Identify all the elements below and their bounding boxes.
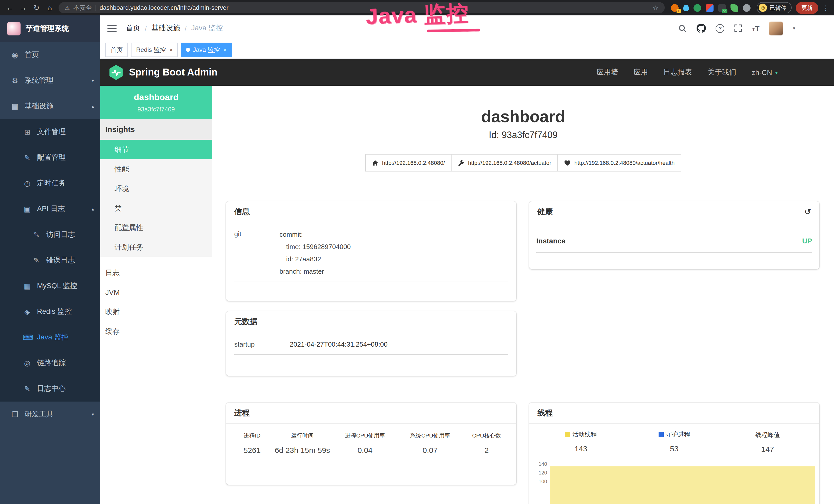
infrastructure-icon: ▤ — [10, 102, 20, 110]
card-title: 线程 — [537, 408, 553, 418]
sidebar-group-infrastructure[interactable]: ▤ 基础设施 ▴ — [0, 93, 100, 119]
bookmark-star-icon[interactable]: ☆ — [653, 4, 659, 12]
sidebar-item-log-center[interactable]: ✎ 日志中心 — [0, 376, 100, 402]
omnibox[interactable]: ⚠ 不安全 dashboard.yudao.iocoder.cn/infra/a… — [59, 2, 665, 13]
page-subtitle: Id: 93a3fc7f7409 — [212, 130, 834, 141]
sidebar-item-access-logs[interactable]: ✎ 访问日志 — [0, 222, 100, 248]
breadcrumb-item-infrastructure[interactable]: 基础设施 — [151, 24, 180, 33]
history-icon[interactable]: ↺ — [804, 207, 811, 216]
legend-label: 活动线程 — [572, 430, 597, 439]
fullscreen-icon[interactable] — [734, 24, 743, 32]
tab-home[interactable]: 首页 — [105, 43, 128, 57]
insight-item-config-properties[interactable]: 配置属性 — [100, 218, 212, 237]
extension-icon-2[interactable] — [683, 4, 689, 11]
extension-icon-6[interactable] — [730, 4, 738, 12]
info-line: id: 27aa832 — [280, 253, 508, 266]
sidebar-item-home[interactable]: ◉ 首页 — [0, 42, 100, 68]
search-icon[interactable] — [678, 24, 687, 32]
extension-icon-3[interactable] — [694, 4, 701, 12]
nav-item-jvm[interactable]: JVM — [100, 282, 212, 302]
breadcrumb-separator: / — [145, 24, 147, 32]
sidebar-item-mysql-monitor[interactable]: ▦ MySQL 监控 — [0, 273, 100, 299]
sidebar-group-api-logs[interactable]: ▣ API 日志 ▴ — [0, 196, 100, 222]
breadcrumb-item-home[interactable]: 首页 — [126, 24, 140, 33]
sidebar-item-redis-monitor[interactable]: ◈ Redis 监控 — [0, 299, 100, 324]
browser-menu-icon[interactable]: ⋮ — [822, 4, 829, 12]
nav-item-mappings[interactable]: 映射 — [100, 302, 212, 321]
tab-close-icon[interactable]: × — [223, 47, 227, 53]
insight-item-classes[interactable]: 类 — [100, 198, 212, 218]
tab-java-monitor[interactable]: Java 监控 × — [181, 43, 232, 57]
url-text[interactable]: dashboard.yudao.iocoder.cn/infra/admin-s… — [100, 4, 649, 11]
process-col-value: 0.04 — [332, 446, 398, 455]
sidebar-item-label: 定时任务 — [37, 179, 66, 188]
tab-redis-monitor[interactable]: Redis 监控 × — [131, 43, 178, 57]
nav-item-caches[interactable]: 缓存 — [100, 321, 212, 341]
chevron-up-icon: ▴ — [92, 104, 94, 109]
font-size-icon[interactable]: TT — [752, 24, 760, 32]
info-value: commit: time: 1596289704000 id: 27aa832 … — [280, 229, 508, 278]
log-center-icon: ✎ — [23, 385, 32, 393]
nav-item-logs[interactable]: 日志 — [100, 263, 212, 282]
user-avatar[interactable] — [769, 21, 783, 35]
avatar-caret-icon[interactable]: ▾ — [793, 26, 795, 31]
sba-brand[interactable]: Spring Boot Admin — [129, 67, 218, 78]
insight-item-performance[interactable]: 性能 — [100, 159, 212, 179]
sidebar-group-devtools[interactable]: ❒ 研发工具 ▾ — [0, 402, 100, 427]
info-git-row: git commit: time: 1596289704000 id: 27aa… — [234, 229, 508, 281]
sba-nav-applications[interactable]: 应用 — [634, 68, 648, 77]
sba-nav-journal[interactable]: 日志报表 — [663, 68, 692, 77]
sidebar-item-label: 研发工具 — [25, 410, 53, 419]
sba-nav-wallboard[interactable]: 应用墙 — [597, 68, 618, 77]
process-col-value: 6d 23h 15m 59s — [273, 446, 332, 455]
sidebar-item-scheduled-jobs[interactable]: ◷ 定时任务 — [0, 170, 100, 196]
instance-sidebar: dashboard 93a3fc7f7409 Insights 细节 性能 环境… — [100, 86, 212, 504]
github-icon[interactable] — [697, 24, 706, 33]
process-col-process-cpu: 进程CPU使用率 0.04 — [332, 432, 398, 455]
sidebar-item-file-management[interactable]: ⊞ 文件管理 — [0, 119, 100, 145]
insight-item-details[interactable]: 细节 — [100, 140, 212, 159]
hamburger-button[interactable] — [107, 25, 117, 31]
chart-plot-area — [550, 460, 815, 504]
profile-chip[interactable]: ☺ 已暂停 — [757, 2, 792, 13]
browser-back-button[interactable]: ← — [5, 4, 14, 12]
breadcrumb-item-current: Java 监控 — [191, 24, 223, 33]
help-icon[interactable]: ? — [716, 24, 725, 32]
extension-icon-5[interactable]: on — [718, 4, 726, 12]
browser-home-button[interactable]: ⌂ — [45, 4, 54, 12]
link-button-health[interactable]: http://192.168.0.2:48080/actuator/health — [557, 154, 681, 171]
insight-item-scheduled-tasks[interactable]: 计划任务 — [100, 237, 212, 257]
browser-update-button[interactable]: 更新 — [796, 2, 818, 14]
link-url: http://192.168.0.2:48080/actuator/health — [574, 160, 675, 166]
browser-reload-button[interactable]: ↻ — [32, 4, 41, 12]
url-separator — [95, 5, 96, 11]
sidebar-item-tracing[interactable]: ◎ 链路追踪 — [0, 350, 100, 376]
sidebar-item-java-monitor[interactable]: ⌨ Java 监控 — [0, 324, 100, 350]
tab-close-icon[interactable]: × — [170, 47, 173, 53]
chevron-down-icon: ▾ — [92, 412, 94, 417]
app-logo-row[interactable]: 芋道管理系统 — [0, 16, 100, 42]
security-warning-label[interactable]: 不安全 — [73, 3, 92, 12]
sidebar-menu: ◉ 首页 ⚙ 系统管理 ▾ ▤ 基础设施 ▴ ⊞ 文件管理 — [0, 42, 100, 427]
font-size-small-glyph: T — [752, 27, 755, 32]
sba-locale-label: zh-CN — [752, 68, 772, 76]
sidebar-item-error-logs[interactable]: ✎ 错误日志 — [0, 248, 100, 273]
insights-section-header: Insights — [100, 119, 212, 140]
java-monitor-icon: ⌨ — [23, 333, 32, 342]
sidebar-group-system[interactable]: ⚙ 系统管理 ▾ — [0, 68, 100, 93]
extension-count-badge: 1 — [677, 8, 681, 13]
link-button-root[interactable]: http://192.168.0.2:48080/ — [365, 154, 452, 171]
instance-header[interactable]: dashboard 93a3fc7f7409 — [100, 86, 212, 119]
extension-icon-4[interactable] — [706, 4, 714, 12]
browser-forward-button[interactable]: → — [19, 4, 28, 12]
extension-icon-1[interactable]: 1 — [671, 4, 679, 12]
sba-nav-about[interactable]: 关于我们 — [708, 68, 737, 77]
sba-locale-select[interactable]: zh-CN ▾ — [752, 68, 778, 76]
extensions-tray: 1 on — [669, 4, 752, 12]
sidebar-item-config-management[interactable]: ✎ 配置管理 — [0, 145, 100, 170]
sba-nav: 应用墙 应用 日志报表 关于我们 zh-CN ▾ — [597, 68, 778, 77]
extension-icon-7[interactable] — [743, 4, 750, 12]
insight-item-environment[interactable]: 环境 — [100, 179, 212, 198]
link-button-actuator[interactable]: http://192.168.0.2:48080/actuator — [451, 154, 558, 171]
browser-chrome: ← → ↻ ⌂ ⚠ 不安全 dashboard.yudao.iocoder.cn… — [0, 0, 834, 16]
